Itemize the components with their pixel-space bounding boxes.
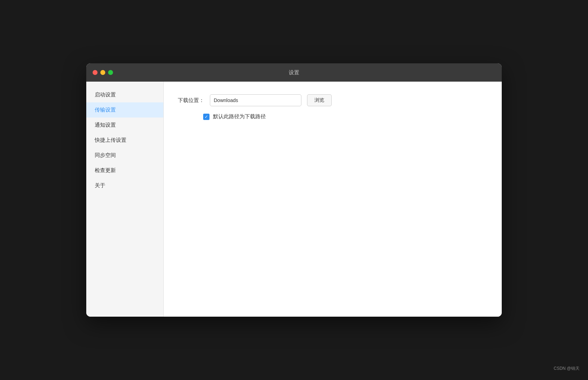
content-area: 下载位置： 浏览 ✓ 默认此路径为下载路径: [164, 82, 502, 317]
download-location-label: 下载位置：: [178, 97, 204, 104]
sidebar-item-startup[interactable]: 启动设置: [86, 87, 163, 102]
window-body: 启动设置 传输设置 通知设置 快捷上传设置 同步空间 检查更新 关于: [86, 82, 502, 317]
titlebar: 设置: [86, 63, 502, 82]
close-button[interactable]: [93, 70, 98, 75]
window-title: 设置: [289, 69, 299, 76]
sidebar-item-about[interactable]: 关于: [86, 178, 163, 193]
sidebar-item-transfer[interactable]: 传输设置: [86, 102, 163, 118]
window-controls: [93, 70, 113, 75]
sidebar-item-notification[interactable]: 通知设置: [86, 118, 163, 133]
sidebar-item-syncspace[interactable]: 同步空间: [86, 148, 163, 163]
sidebar-item-checkupdate[interactable]: 检查更新: [86, 163, 163, 178]
maximize-button[interactable]: [108, 70, 113, 75]
checkmark-icon: ✓: [205, 115, 208, 119]
browse-button[interactable]: 浏览: [307, 94, 332, 106]
default-path-checkbox-wrapper[interactable]: ✓ 默认此路径为下载路径: [203, 113, 266, 120]
download-location-row: 下载位置： 浏览: [178, 94, 488, 106]
watermark: CSDN @锦天: [553, 366, 580, 372]
checkbox-box: ✓: [203, 114, 209, 120]
sidebar: 启动设置 传输设置 通知设置 快捷上传设置 同步空间 检查更新 关于: [86, 82, 164, 317]
checkbox-label: 默认此路径为下载路径: [213, 113, 266, 120]
settings-window: 设置 启动设置 传输设置 通知设置 快捷上传设置 同步空间 检查更新: [86, 63, 502, 317]
sidebar-item-quickupload[interactable]: 快捷上传设置: [86, 133, 163, 148]
checkbox-row: ✓ 默认此路径为下载路径: [178, 113, 488, 120]
download-path-input[interactable]: [210, 94, 301, 106]
minimize-button[interactable]: [100, 70, 105, 75]
